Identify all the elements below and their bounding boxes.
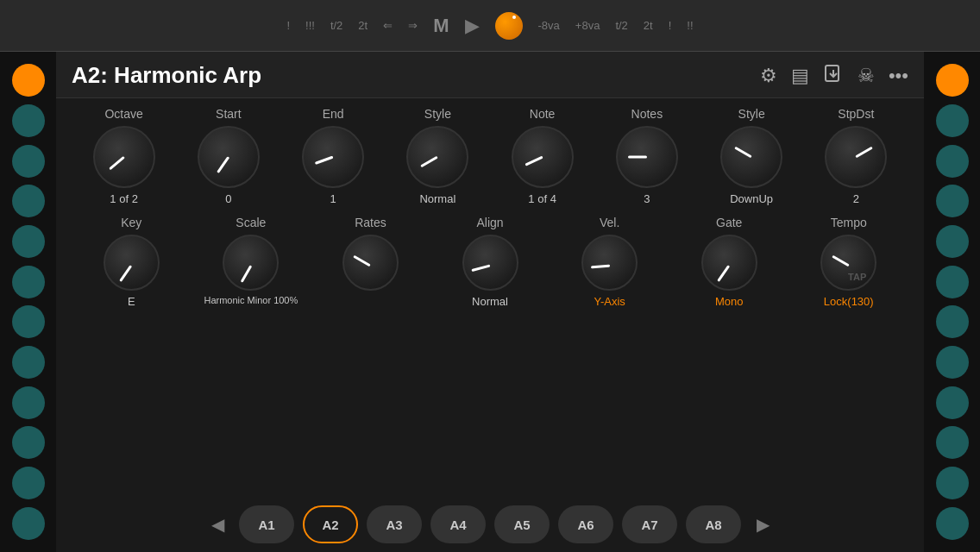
note-knob[interactable]: [512, 126, 574, 188]
main-layout: A2: Harmonic Arp ⚙ ▤ ☠ ••• Octave: [0, 52, 980, 552]
style1-label: Style: [424, 107, 451, 121]
gate-col: Gate Mono: [669, 216, 789, 308]
preset-a3-button[interactable]: A3: [367, 505, 422, 543]
plugin-title: A2: Harmonic Arp: [72, 62, 261, 89]
note-label: Note: [530, 107, 556, 121]
align-label: Align: [476, 216, 503, 229]
left-dot-8: [12, 386, 45, 419]
align-col: Align Normal: [430, 216, 550, 308]
prev-preset-arrow[interactable]: ◀: [204, 514, 230, 535]
style1-knob[interactable]: [406, 126, 468, 188]
left-dot-3: [12, 185, 45, 217]
skull-icon[interactable]: ☠: [858, 65, 875, 87]
end-col: End 1: [281, 107, 386, 205]
preset-a2-button[interactable]: A2: [303, 505, 358, 543]
transport-bar: ! !!! t/2 2t ⇐ ⇒ M ▶ -8va +8va t/2 2t ! …: [0, 0, 980, 52]
preset-a7-button[interactable]: A7: [622, 505, 677, 543]
more-icon[interactable]: •••: [889, 65, 908, 87]
stpdst-label: StpDst: [838, 107, 874, 121]
octave-col: Octave 1 of 2: [72, 107, 176, 205]
style1-col: Style Normal: [386, 107, 490, 205]
play-button[interactable]: ▶: [465, 15, 480, 37]
left-dot-10: [12, 467, 45, 499]
style2-col: Style DownUp: [700, 107, 804, 205]
master-knob[interactable]: [495, 12, 523, 40]
knob-row-1: Octave 1 of 2 Start 0 End: [72, 107, 908, 205]
tempo-col: Tempo TAP Lock(130): [788, 216, 908, 308]
center-panel: A2: Harmonic Arp ⚙ ▤ ☠ ••• Octave: [56, 52, 924, 552]
preset-nav: ◀ A1 A2 A3 A4 A5 A6 A7 A8 ▶: [56, 497, 924, 552]
start-knob[interactable]: [198, 126, 260, 188]
end-value: 1: [330, 192, 336, 205]
next-preset-arrow[interactable]: ▶: [750, 514, 776, 535]
stpdst-knob[interactable]: [825, 126, 887, 188]
key-col: Key E: [72, 216, 192, 308]
gate-value: Mono: [715, 295, 744, 308]
preset-a1-button[interactable]: A1: [239, 505, 294, 543]
right-dot-6: [936, 305, 969, 338]
vel-knob[interactable]: [581, 235, 638, 291]
tap-label[interactable]: TAP: [848, 272, 866, 282]
transport-items: ! !!! t/2 2t ⇐ ⇒ M ▶ -8va +8va t/2 2t ! …: [286, 12, 693, 40]
plugin-header: A2: Harmonic Arp ⚙ ▤ ☠ •••: [56, 52, 924, 98]
preset-a5-button[interactable]: A5: [494, 505, 550, 543]
left-dot-orange-top: [12, 64, 45, 97]
transport-marker-1: !: [286, 19, 290, 32]
style2-label: Style: [738, 107, 765, 121]
left-dot-6: [12, 305, 45, 338]
key-label: Key: [121, 216, 141, 229]
notes-col: Notes 3: [594, 107, 699, 205]
right-dot-1: [936, 104, 969, 137]
left-dot-7: [12, 346, 45, 379]
preset-a4-button[interactable]: A4: [430, 505, 486, 543]
octave-knob[interactable]: [93, 126, 155, 188]
save-icon[interactable]: ▤: [791, 65, 809, 87]
notes-value: 3: [644, 192, 650, 205]
transport-marker-3: t/2: [330, 19, 342, 32]
align-knob[interactable]: [462, 235, 518, 291]
key-knob[interactable]: [104, 235, 160, 291]
right-dot-10: [936, 467, 969, 499]
right-dot-5: [936, 266, 969, 298]
end-knob[interactable]: [302, 126, 364, 188]
key-value: E: [128, 295, 135, 308]
gate-label: Gate: [716, 216, 742, 229]
scale-label: Scale: [236, 216, 266, 229]
rates-label: Rates: [355, 216, 386, 229]
load-icon[interactable]: [823, 63, 844, 89]
transport-arrow-right: ⇒: [408, 19, 418, 32]
preset-a6-button[interactable]: A6: [558, 505, 613, 543]
tempo-value: Lock(130): [824, 295, 874, 308]
style1-value: Normal: [419, 192, 455, 205]
preset-a8-button[interactable]: A8: [686, 505, 741, 543]
align-value: Normal: [472, 295, 508, 308]
rates-knob[interactable]: [342, 235, 399, 291]
gate-knob[interactable]: [701, 235, 757, 291]
left-side-column: [0, 52, 56, 552]
start-col: Start 0: [176, 107, 280, 205]
scale-col: Scale Harmonic Minor 100%: [192, 216, 311, 305]
style2-knob[interactable]: [720, 126, 782, 188]
settings-icon[interactable]: ⚙: [760, 65, 777, 87]
vel-col: Vel. Y-Axis: [550, 216, 669, 308]
right-dot-3: [936, 185, 969, 217]
transport-m-label: M: [433, 15, 449, 37]
transport-marker-2: !!!: [305, 19, 315, 32]
transport-double-exclaim: !!: [687, 19, 693, 32]
transport-marker-4: 2t: [358, 19, 368, 32]
notes-knob[interactable]: [616, 126, 678, 188]
start-label: Start: [216, 107, 242, 121]
right-dot-orange-top: [936, 64, 969, 97]
scale-knob[interactable]: [223, 235, 279, 291]
end-label: End: [323, 107, 344, 121]
transport-t2-right: t/2: [615, 19, 627, 32]
tempo-knob[interactable]: TAP: [820, 235, 876, 291]
start-value: 0: [225, 192, 231, 205]
left-dot-5: [12, 266, 45, 298]
vel-value: Y-Axis: [594, 295, 625, 308]
left-dot-11: [12, 507, 45, 540]
style2-value: DownUp: [730, 192, 773, 205]
transport-8va-up: +8va: [575, 19, 600, 32]
transport-8va-down: -8va: [538, 19, 560, 32]
rates-col: Rates: [311, 216, 430, 295]
